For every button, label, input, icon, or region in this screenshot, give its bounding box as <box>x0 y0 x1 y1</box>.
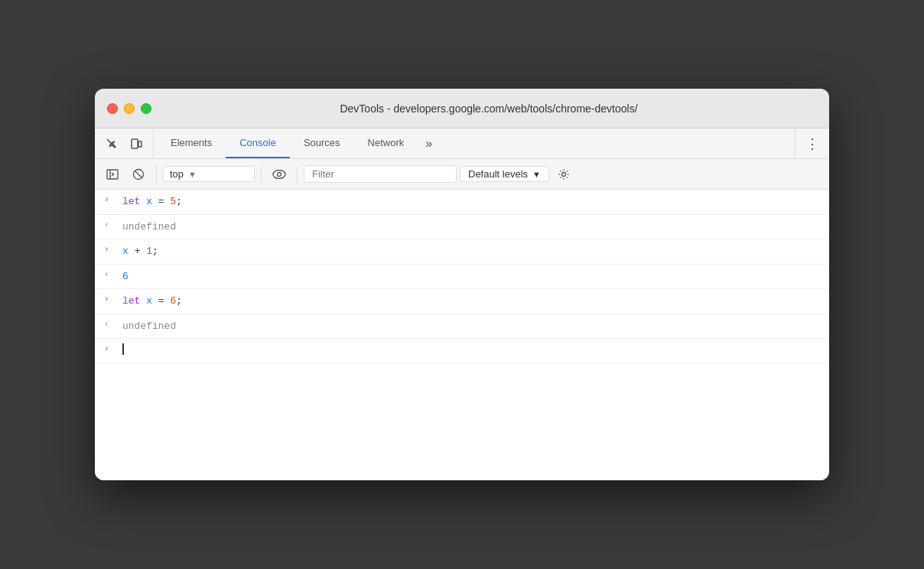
input-chevron-2[interactable]: › <box>104 245 119 254</box>
tab-sources[interactable]: Sources <box>290 128 354 158</box>
console-row-3: › x + 1; <box>95 239 829 265</box>
tab-bar-right: ⋮ <box>795 128 823 158</box>
console-line-5: let x = 6; <box>122 294 820 309</box>
tab-elements[interactable]: Elements <box>157 128 226 158</box>
active-input-chevron: › <box>104 344 119 353</box>
svg-rect-1 <box>138 141 142 147</box>
console-row-2: ‹ undefined <box>95 215 829 240</box>
toolbar-divider-3 <box>297 165 298 184</box>
console-line-4: 6 <box>122 269 820 284</box>
console-row-6: ‹ undefined <box>95 314 829 340</box>
active-input-line[interactable] <box>122 343 820 355</box>
filter-input[interactable] <box>304 165 457 183</box>
close-button[interactable] <box>107 103 118 114</box>
tabs-container: Elements Console Sources Network » <box>157 128 795 158</box>
device-toggle-icon[interactable] <box>125 133 147 154</box>
console-row-5: › let x = 6; <box>95 289 829 314</box>
inspect-icon[interactable] <box>101 133 122 154</box>
console-active-input[interactable]: › <box>95 339 829 363</box>
text-cursor <box>122 343 124 355</box>
output-chevron-1: ‹ <box>104 220 119 229</box>
svg-rect-0 <box>132 139 138 148</box>
input-chevron-1[interactable]: › <box>104 195 119 204</box>
output-chevron-3: ‹ <box>104 320 119 329</box>
title-bar: DevTools - developers.google.com/web/too… <box>95 89 829 128</box>
svg-point-10 <box>561 172 565 176</box>
clear-console-button[interactable] <box>127 164 150 185</box>
console-line-3: x + 1; <box>122 244 820 259</box>
console-content: › let x = 5; ‹ undefined › x + 1; ‹ 6 <box>95 190 829 480</box>
toolbar-divider-1 <box>156 165 157 184</box>
live-expressions-button[interactable] <box>268 164 291 185</box>
svg-point-8 <box>273 170 285 178</box>
more-tabs-button[interactable]: » <box>418 128 440 158</box>
console-line-2: undefined <box>122 219 820 235</box>
console-row-4: ‹ 6 <box>95 265 829 290</box>
window-title: DevTools - developers.google.com/web/too… <box>161 102 817 115</box>
maximize-button[interactable] <box>141 103 151 114</box>
tab-bar-actions <box>101 128 154 158</box>
svg-line-5 <box>112 174 114 176</box>
traffic-lights <box>107 103 151 114</box>
context-selector[interactable]: top ▼ <box>163 166 255 182</box>
tab-console[interactable]: Console <box>226 128 290 158</box>
log-levels-button[interactable]: Default levels ▼ <box>460 166 549 182</box>
context-selector-arrow: ▼ <box>188 170 197 179</box>
console-row-1: › let x = 5; <box>95 190 829 215</box>
tab-bar: Elements Console Sources Network » ⋮ <box>95 128 829 159</box>
svg-rect-2 <box>107 170 118 179</box>
tab-network[interactable]: Network <box>354 128 418 158</box>
console-line-6: undefined <box>122 319 820 334</box>
input-chevron-3[interactable]: › <box>104 294 119 304</box>
minimize-button[interactable] <box>124 103 135 114</box>
console-line-1: let x = 5; <box>122 194 820 210</box>
svg-line-7 <box>135 171 142 178</box>
svg-point-9 <box>278 172 281 176</box>
console-toolbar: top ▼ Default levels ▼ <box>95 159 829 190</box>
output-chevron-2: ‹ <box>104 270 119 279</box>
more-options-button[interactable]: ⋮ <box>802 133 823 154</box>
devtools-window: DevTools - developers.google.com/web/too… <box>95 89 829 480</box>
settings-button[interactable] <box>552 164 575 185</box>
show-sidebar-button[interactable] <box>101 164 124 185</box>
toolbar-divider-2 <box>261 165 262 184</box>
